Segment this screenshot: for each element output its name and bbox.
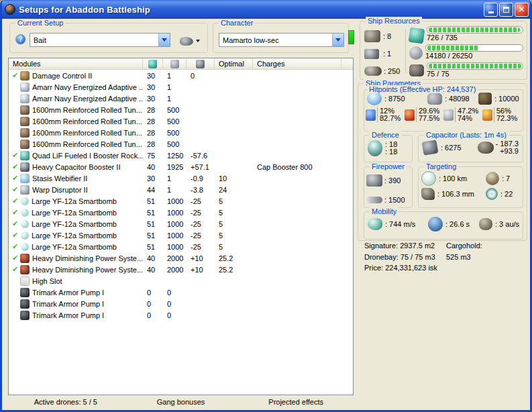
armor-plate-icon bbox=[20, 117, 30, 126]
energized-plating-icon bbox=[20, 94, 30, 103]
module-row[interactable]: ✔ Large YF-12a Smartbomb 51 1000 -25 5 bbox=[9, 241, 353, 252]
module-row[interactable]: ✔ Large YF-12a Smartbomb 51 1000 -25 5 bbox=[9, 207, 353, 218]
fitted-check-icon: ✔ bbox=[11, 219, 19, 229]
titlebar[interactable]: Setups for Abaddon Battleship ✕ bbox=[0, 0, 532, 19]
module-row[interactable]: ✔ Large YF-12a Smartbomb 51 1000 -25 5 bbox=[9, 229, 353, 241]
module-row[interactable]: Trimark Armor Pump I 0 0 bbox=[9, 287, 353, 298]
powergrid-value: 1 bbox=[163, 83, 187, 91]
chevron-down-icon bbox=[162, 38, 167, 42]
thermal-resist-values: 29.6%77.5% bbox=[416, 107, 439, 122]
armor-rig-icon bbox=[20, 288, 30, 297]
header-charges[interactable]: Charges bbox=[253, 58, 341, 70]
tab-gang-bonuses[interactable]: Gang bonuses bbox=[123, 397, 239, 409]
header-spacer bbox=[341, 58, 353, 70]
header-optimal[interactable]: Optimal bbox=[215, 58, 253, 70]
header-modules[interactable]: Modules bbox=[9, 58, 143, 70]
header-cpu[interactable] bbox=[143, 58, 163, 70]
powergrid-value: 0 bbox=[163, 311, 187, 319]
module-row[interactable]: Trimark Armor Pump I 0 0 bbox=[9, 309, 353, 321]
cpu-value: 51 bbox=[143, 209, 163, 217]
max-velocity-icon bbox=[368, 218, 382, 230]
tab-active-drones[interactable]: Active drones: 5 / 5 bbox=[8, 397, 123, 409]
minimize-button[interactable] bbox=[484, 3, 498, 17]
module-row[interactable]: Amarr Navy Energized Adaptive ... 30 1 bbox=[9, 81, 353, 93]
powergrid-value: 500 bbox=[163, 140, 187, 148]
cpu-value: 51 bbox=[143, 197, 163, 205]
module-name: Large YF-12a Smartbomb bbox=[29, 243, 117, 251]
thermal-resist-icon bbox=[405, 109, 415, 121]
header-capacitor[interactable] bbox=[187, 58, 215, 70]
ship-stats: Signature: 2937.5 m2 Cargohold: 525 m3 D… bbox=[364, 240, 437, 274]
module-row[interactable]: ✔ Warp Disruptor II 44 1 -3.8 24 bbox=[9, 184, 353, 195]
powergrid-value: 1000 bbox=[163, 243, 187, 251]
fitted-check-icon: ✔ bbox=[11, 207, 19, 217]
launcher-hardpoints-icon bbox=[364, 49, 379, 59]
cpu-value: 40 bbox=[143, 266, 163, 274]
empty-high-slot-icon bbox=[20, 276, 30, 286]
close-button[interactable]: ✕ bbox=[515, 3, 529, 17]
module-row[interactable]: ✔ Large YF-12a Smartbomb 51 1000 -25 5 bbox=[9, 195, 353, 207]
cpu-value: 28 bbox=[143, 117, 163, 125]
cpu-value: 40 bbox=[143, 254, 163, 262]
cpu-value: 75 bbox=[143, 152, 163, 160]
module-row[interactable]: ✔ Stasis Webifier II 30 1 -0.9 10 bbox=[9, 172, 353, 184]
firepower-label: Firepower bbox=[370, 162, 407, 170]
module-row[interactable]: ✔ Heavy Diminishing Power Syste... 40 20… bbox=[9, 252, 353, 264]
ship-parameters-group: Ship Parameters Hitpoints (Effective HP:… bbox=[358, 83, 527, 241]
drone-bandwidth-value: : 250 bbox=[384, 67, 400, 75]
module-row[interactable]: Trimark Armor Pump I 0 0 bbox=[9, 298, 353, 309]
cpu-value: 30 bbox=[143, 83, 163, 91]
module-row[interactable]: 1600mm Reinforced Rolled Tun... 28 500 bbox=[9, 104, 353, 115]
setup-select[interactable]: Bait bbox=[30, 33, 170, 47]
maximize-button[interactable] bbox=[499, 3, 513, 17]
armor-plate-icon bbox=[20, 105, 30, 115]
module-name: Large YF-12a Smartbomb bbox=[29, 231, 117, 240]
close-icon: ✕ bbox=[518, 5, 525, 14]
mobility-group: Mobility : 744 m/s : 26.6 s : 3 au/s bbox=[364, 211, 523, 240]
optimal-value: 5 bbox=[215, 197, 253, 205]
tab-projected-effects[interactable]: Projected effects bbox=[238, 397, 354, 409]
module-name: Heavy Capacitor Booster II bbox=[30, 163, 120, 171]
powergrid-value: 0 bbox=[163, 289, 187, 297]
ship-menu-button[interactable] bbox=[176, 34, 204, 48]
capacitor-group: Capacitor (Lasts: 1m 4s) : 6275 - 187.3+… bbox=[418, 135, 523, 162]
module-row[interactable]: 1600mm Reinforced Rolled Tun... 28 500 bbox=[9, 115, 353, 127]
smartbomb-icon bbox=[21, 243, 29, 251]
module-row[interactable]: 1600mm Reinforced Rolled Tun... 28 500 bbox=[9, 127, 353, 138]
fitted-check-icon: ✔ bbox=[11, 196, 19, 206]
optimal-value: 5 bbox=[215, 209, 253, 217]
energized-plating-icon bbox=[20, 83, 30, 92]
setup-select-dropdown-button[interactable] bbox=[158, 34, 170, 46]
targeting-range-icon bbox=[421, 171, 436, 186]
defence-values: : 18: 18 bbox=[385, 141, 397, 156]
module-row[interactable]: 1600mm Reinforced Rolled Tun... 28 500 bbox=[9, 138, 353, 150]
powergrid-value: 1 bbox=[163, 95, 187, 103]
module-name: Quad LiF Fueled I Booster Rock... bbox=[30, 152, 143, 160]
powergrid-icon bbox=[409, 46, 423, 60]
module-name: 1600mm Reinforced Rolled Tun... bbox=[30, 140, 142, 148]
launcher-hardpoints-value: : 1 bbox=[383, 50, 391, 58]
header-powergrid[interactable] bbox=[163, 58, 187, 70]
character-select[interactable]: Mamarto low-sec bbox=[219, 33, 344, 47]
explosive-resist-values: 56%72.3% bbox=[494, 107, 517, 122]
module-row[interactable]: ✔ Damage Control II 30 1 0 bbox=[9, 70, 353, 81]
cpu-value: 30 bbox=[143, 72, 163, 80]
stasis-webifier-icon bbox=[20, 174, 30, 183]
help-icon[interactable]: ? bbox=[15, 34, 25, 44]
module-row[interactable]: ✔ Large YF-12a Smartbomb 51 1000 -25 5 bbox=[9, 218, 353, 229]
calibration-icon bbox=[409, 64, 424, 76]
cpu-value: 51 bbox=[143, 220, 163, 228]
module-name: Large YF-12a Smartbomb bbox=[29, 220, 117, 228]
module-row[interactable]: ✔ Heavy Diminishing Power Syste... 40 20… bbox=[9, 264, 353, 275]
module-row[interactable]: ✔ Heavy Capacitor Booster II 40 1925 +57… bbox=[9, 161, 353, 172]
module-name: Warp Disruptor II bbox=[30, 186, 88, 194]
module-row[interactable]: ✔ Quad LiF Fueled I Booster Rock... 75 1… bbox=[9, 150, 353, 161]
module-row[interactable]: Amarr Navy Energized Adaptive ... 30 1 bbox=[9, 93, 353, 104]
mobility-label: Mobility bbox=[370, 207, 398, 215]
volley-icon bbox=[366, 174, 382, 187]
character-select-dropdown-button[interactable] bbox=[332, 34, 343, 46]
chevron-down-icon bbox=[335, 38, 341, 42]
module-name: 1600mm Reinforced Rolled Tun... bbox=[30, 106, 142, 114]
cpu-icon bbox=[148, 60, 157, 68]
module-row[interactable]: High Slot bbox=[9, 275, 353, 287]
